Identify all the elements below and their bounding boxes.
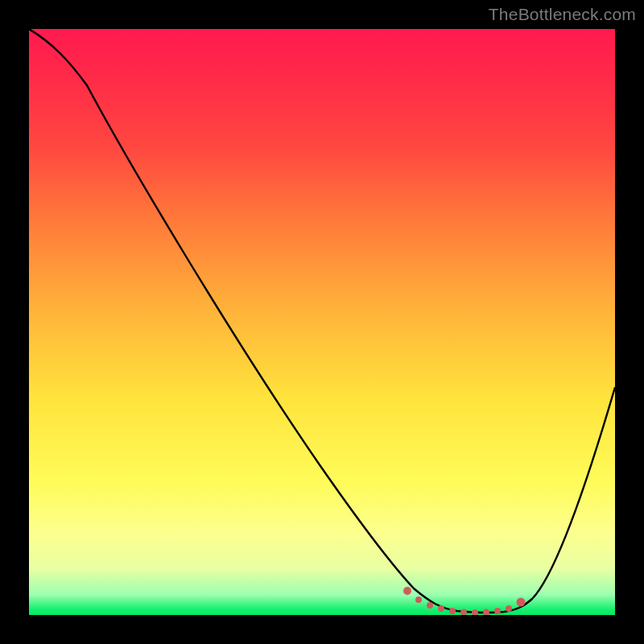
watermark-text: TheBottleneck.com — [489, 5, 636, 24]
optimal-range-dots — [403, 587, 526, 615]
chart-frame: TheBottleneck.com — [0, 0, 644, 644]
svg-point-9 — [506, 605, 512, 612]
svg-point-0 — [403, 587, 411, 595]
svg-point-6 — [472, 609, 478, 615]
svg-point-2 — [427, 602, 433, 609]
svg-point-10 — [517, 598, 526, 607]
svg-point-5 — [460, 609, 467, 616]
svg-point-1 — [415, 597, 422, 603]
svg-point-4 — [449, 608, 456, 614]
bottleneck-curve — [29, 29, 615, 613]
svg-point-8 — [494, 608, 501, 614]
svg-point-7 — [483, 609, 489, 616]
svg-point-3 — [438, 605, 444, 612]
gradient-plot-area — [29, 29, 615, 615]
curve-svg — [29, 29, 615, 615]
